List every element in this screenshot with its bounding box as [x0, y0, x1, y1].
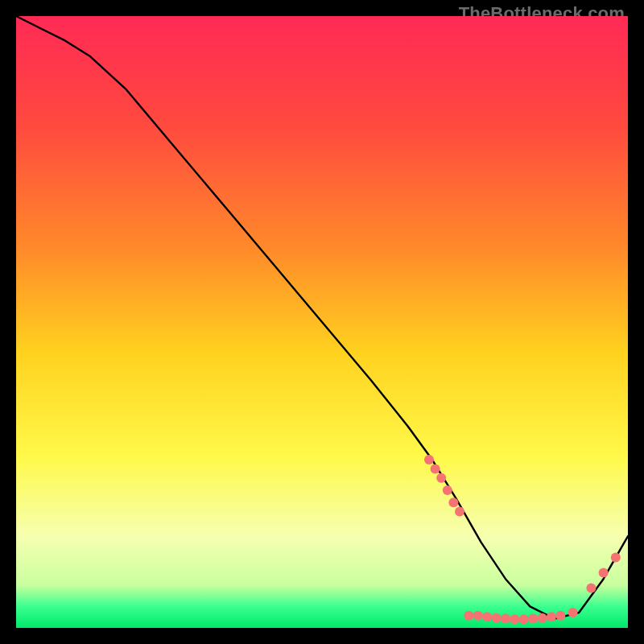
curve-marker [538, 613, 547, 623]
curve-marker [547, 612, 556, 621]
curve-marker [436, 473, 446, 483]
curve-marker [586, 584, 596, 593]
curve-marker [555, 611, 565, 621]
curve-marker [599, 568, 609, 578]
bottleneck-chart [16, 16, 628, 628]
curve-marker [482, 612, 492, 621]
curve-marker [424, 455, 434, 464]
curve-marker [519, 614, 529, 624]
curve-marker [492, 613, 502, 623]
curve-marker [568, 608, 578, 617]
curve-marker [473, 611, 483, 621]
curve-marker [510, 614, 519, 624]
chart-frame: TheBottleneck.com [0, 0, 644, 644]
curve-marker [431, 464, 440, 473]
curve-marker [443, 485, 452, 495]
curve-marker [448, 497, 458, 507]
curve-marker [464, 611, 473, 621]
curve-marker [501, 614, 510, 624]
curve-marker [455, 507, 464, 517]
curve-marker [528, 614, 538, 624]
curve-marker [611, 553, 621, 563]
